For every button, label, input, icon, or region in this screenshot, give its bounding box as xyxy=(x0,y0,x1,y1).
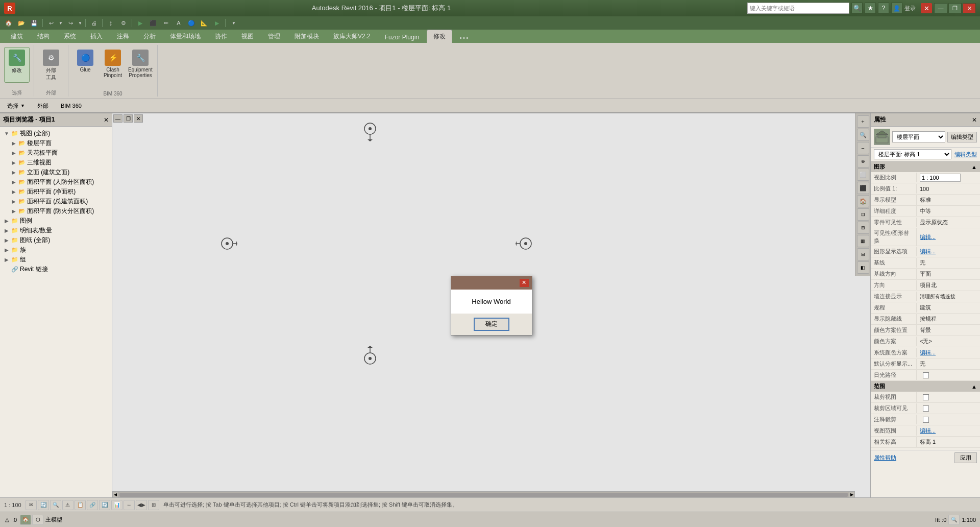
status-icon-10[interactable]: ◀▶ xyxy=(136,500,147,510)
graphics-section-header[interactable]: 图形 ▲ xyxy=(871,161,980,172)
view-scale-input[interactable] xyxy=(920,174,961,182)
qa-save[interactable]: 💾 xyxy=(29,18,40,28)
login-label[interactable]: 登录 xyxy=(904,5,916,12)
expander-area3[interactable]: ▶ xyxy=(10,198,17,205)
expander-area4[interactable]: ▶ xyxy=(10,208,17,215)
expander-legend[interactable]: ▶ xyxy=(3,218,10,225)
orientation-value[interactable]: 项目北 xyxy=(917,280,980,290)
status-icon-7[interactable]: 🔄 xyxy=(99,500,110,510)
qa-settings[interactable]: ⚙ xyxy=(118,18,129,28)
tab-modify[interactable]: 修改 xyxy=(427,30,452,43)
properties-close[interactable]: ✕ xyxy=(972,116,977,124)
expander-elevation[interactable]: ▶ xyxy=(10,169,17,176)
tree-item-sheets[interactable]: ▶ 📁 图纸 (全部) xyxy=(2,235,110,245)
expander-area1[interactable]: ▶ xyxy=(10,179,17,186)
user-icon[interactable]: 👤 xyxy=(891,3,902,14)
qa-stop[interactable]: ⬛ xyxy=(148,18,159,28)
project-browser-content[interactable]: ▼ 📁 视图 (全部) ▶ 📂 楼层平面 ▶ 📂 天花板平面 ▶ 📂 xyxy=(0,127,112,497)
graphic-display-link[interactable]: 编辑... xyxy=(920,248,936,254)
prop-apply-button[interactable]: 应用 xyxy=(954,452,977,463)
qa-text[interactable]: A xyxy=(173,18,184,28)
expander-groups[interactable]: ▶ xyxy=(3,256,10,264)
tree-item-3d[interactable]: ▶ 📂 三维视图 xyxy=(9,158,110,167)
tab-addins[interactable]: 附加模块 xyxy=(288,30,326,43)
prop-type-dropdown[interactable]: 楼层平面 xyxy=(892,131,945,142)
discipline-value[interactable]: 建筑 xyxy=(917,303,980,313)
search-bar-title[interactable]: 🔍 ★ ? 👤 登录 xyxy=(747,3,916,14)
tree-item-views[interactable]: ▼ 📁 视图 (全部) xyxy=(2,129,110,138)
project-browser-close[interactable]: ✕ xyxy=(104,116,109,124)
tree-item-legend[interactable]: ▶ 📁 图例 xyxy=(2,216,110,226)
qa-undo-dropdown[interactable]: ▼ xyxy=(58,18,63,28)
window-minimize[interactable]: — xyxy=(934,3,947,13)
edit-type-button[interactable]: 编辑类型 xyxy=(947,132,977,142)
qa-customize[interactable]: ▼ xyxy=(228,18,239,28)
window-close-x[interactable]: ✕ xyxy=(921,3,932,13)
color-scheme-value[interactable]: <无> xyxy=(917,337,980,346)
default-analysis-value[interactable]: 无 xyxy=(917,359,980,369)
modify-button[interactable]: 🔧 修改 xyxy=(4,47,30,83)
clash-pinpoint-button[interactable]: ⚡ ClashPinpoint xyxy=(100,47,126,83)
tree-item-schedules[interactable]: ▶ 📁 明细表/数量 xyxy=(2,226,110,235)
tree-item-area1[interactable]: ▶ 📂 面积平面 (人防分区面积) xyxy=(9,177,110,187)
glue-button[interactable]: 🔵 Glue xyxy=(72,47,98,83)
sb-icon-1[interactable]: 🏠 xyxy=(20,515,31,525)
tree-item-revit-links[interactable]: ▶ 🔗 Revit 链接 xyxy=(2,265,110,274)
expander-sheets[interactable]: ▶ xyxy=(3,237,10,244)
view-range-link[interactable]: 编辑... xyxy=(920,427,936,434)
annotation-crop-checkbox[interactable] xyxy=(923,417,929,423)
canvas-content[interactable]: ✕ Hellow World 确定 xyxy=(112,113,870,497)
range-section-header[interactable]: 范围 ▲ xyxy=(871,381,980,392)
tree-item-elevation[interactable]: ▶ 📂 立面 (建筑立面) xyxy=(9,167,110,177)
expander-families[interactable]: ▶ xyxy=(3,247,10,254)
modal-close-button[interactable]: ✕ xyxy=(520,279,529,287)
tree-item-floor-plan[interactable]: ▶ 📂 楼层平面 xyxy=(9,138,110,148)
qa-run[interactable]: ▶ xyxy=(135,18,146,28)
help-icon[interactable]: ? xyxy=(878,3,889,14)
tab-fuzor[interactable]: Fuzor Plugin xyxy=(378,31,426,43)
tab-massing[interactable]: 体量和场地 xyxy=(163,30,207,43)
qa-angle[interactable]: 📐 xyxy=(199,18,210,28)
tab-insert[interactable]: 插入 xyxy=(84,30,109,43)
bim360-bottom[interactable]: BIM 360 xyxy=(58,102,85,110)
underlay-orient-value[interactable]: 平面 xyxy=(917,269,980,279)
status-icon-8[interactable]: 📊 xyxy=(111,500,122,510)
sun-path-checkbox[interactable] xyxy=(923,372,929,378)
status-icon-11[interactable]: ⊞ xyxy=(148,500,159,510)
tree-item-area3[interactable]: ▶ 📂 面积平面 (总建筑面积) xyxy=(9,197,110,206)
modal-ok-button[interactable]: 确定 xyxy=(474,318,509,331)
status-icon-1[interactable]: ✉ xyxy=(26,500,37,510)
visibility-edit-link[interactable]: 编辑... xyxy=(920,234,936,240)
crop-region-checkbox[interactable] xyxy=(923,405,929,412)
floor-plan-dropdown[interactable]: 楼层平面: 标高 1 xyxy=(874,149,951,159)
tab-structure[interactable]: 结构 xyxy=(31,30,56,43)
tab-annotate[interactable]: 注释 xyxy=(110,30,136,43)
color-scheme-loc-value[interactable]: 背景 xyxy=(917,325,980,335)
hidden-lines-value[interactable]: 按规程 xyxy=(917,314,980,324)
tree-item-families[interactable]: ▶ 📁 族 xyxy=(2,245,110,255)
sys-color-link[interactable]: 编辑... xyxy=(920,349,936,355)
underlay-value[interactable]: 无 xyxy=(917,258,980,268)
status-icon-4[interactable]: ⚠ xyxy=(62,500,74,510)
expander-floor-plan[interactable]: ▶ xyxy=(10,140,17,147)
status-icon-2[interactable]: 🔄 xyxy=(38,500,49,510)
qa-redo[interactable]: ↪ xyxy=(65,18,76,28)
equipment-props-button[interactable]: 🔧 EquipmentProperties xyxy=(128,47,153,83)
wall-join-value[interactable]: 清理所有墙连接 xyxy=(917,292,980,301)
search-icon[interactable]: 🔍 xyxy=(851,3,863,14)
edit-type-link[interactable]: 编辑类型 xyxy=(954,151,977,158)
status-icon-5[interactable]: 📋 xyxy=(75,500,86,510)
external-bottom[interactable]: 外部 xyxy=(34,101,52,111)
canvas-area[interactable]: — ❐ ✕ xyxy=(112,113,870,497)
prop-help-link[interactable]: 属性帮助 xyxy=(874,454,896,462)
tab-manage[interactable]: 管理 xyxy=(261,30,287,43)
sb-zoom-btn[interactable]: 🔍 xyxy=(948,515,960,525)
tab-analyze[interactable]: 分析 xyxy=(137,30,162,43)
qa-annotate[interactable]: ✏ xyxy=(160,18,172,28)
expander-ceiling[interactable]: ▶ xyxy=(10,150,17,157)
expander-schedules[interactable]: ▶ xyxy=(3,227,10,234)
search-input[interactable] xyxy=(750,5,847,11)
qa-redo-dropdown[interactable]: ▼ xyxy=(78,18,83,28)
qa-home[interactable]: 🏠 xyxy=(3,18,14,28)
expander-area2[interactable]: ▶ xyxy=(10,188,17,196)
